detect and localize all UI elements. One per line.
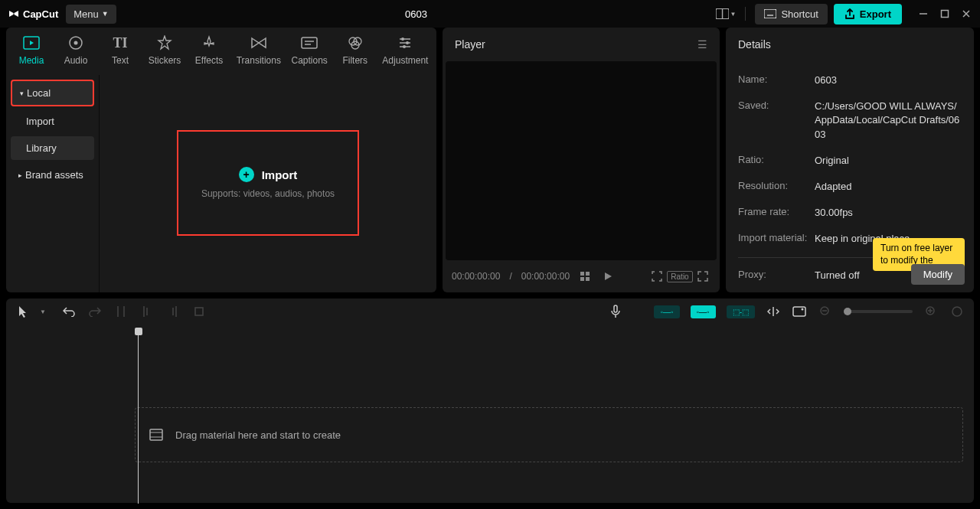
sidebar-item-brand-assets[interactable]: ▸Brand assets: [11, 163, 94, 187]
layout-icon[interactable]: ▼: [716, 4, 736, 24]
svg-point-35: [802, 308, 804, 311]
close-button[interactable]: [960, 8, 972, 20]
timeline[interactable]: Drag material here and start to create: [6, 325, 974, 503]
detail-row-name: Name:0603: [738, 67, 962, 93]
stickers-icon: [155, 34, 174, 52]
sidebar-item-library[interactable]: Library: [11, 136, 94, 160]
import-title: Import: [262, 168, 298, 181]
zoom-out-icon[interactable]: [818, 304, 833, 319]
timeline-dropzone[interactable]: Drag material here and start to create: [135, 407, 963, 462]
capcut-logo-icon: [8, 8, 20, 20]
media-icon: [22, 34, 41, 52]
trim-right-tool[interactable]: [165, 304, 181, 319]
film-icon: [149, 428, 163, 442]
svg-point-18: [406, 41, 409, 44]
titlebar: CapCut Menu ▼ 0603 ▼ Shortcut Export: [0, 0, 980, 28]
playhead[interactable]: [135, 328, 142, 338]
sidebar-item-import[interactable]: Import: [11, 109, 94, 133]
align-icon[interactable]: [766, 304, 781, 319]
zoom-slider[interactable]: [844, 310, 913, 313]
shortcut-button[interactable]: Shortcut: [755, 4, 827, 24]
media-content: + Import Supports: videos, audios, photo…: [100, 75, 436, 292]
details-panel: Details Name:0603 Saved:C:/Users/GOOD WI…: [726, 28, 974, 292]
svg-rect-5: [942, 11, 949, 18]
svg-rect-42: [150, 429, 162, 440]
ratio-button[interactable]: Ratio: [672, 269, 688, 284]
player-header: Player ☰: [443, 28, 720, 61]
maximize-button[interactable]: [939, 8, 951, 20]
detail-row-resolution: Resolution:Adapted: [738, 174, 962, 200]
fullscreen-icon[interactable]: [695, 269, 710, 284]
detail-row-ratio: Ratio:Original: [738, 148, 962, 174]
cursor-dropdown[interactable]: ▼: [35, 304, 51, 319]
player-controls: 00:00:00:00 / 00:00:00:00 Ratio: [443, 260, 720, 292]
tab-stickers[interactable]: Stickers: [149, 34, 181, 66]
keyboard-icon: [764, 9, 776, 18]
tab-effects[interactable]: Effects: [193, 34, 225, 66]
mic-icon[interactable]: [608, 304, 623, 319]
time-separator: /: [509, 271, 511, 282]
filters-icon: [346, 34, 364, 52]
app-logo: CapCut: [8, 8, 58, 20]
titlebar-left: CapCut Menu ▼: [8, 5, 116, 24]
svg-rect-24: [586, 277, 590, 281]
titlebar-right: ▼ Shortcut Export: [716, 4, 972, 24]
caret-right-icon: ▸: [18, 171, 22, 179]
player-panel: Player ☰ 00:00:00:00 / 00:00:00:00 Ratio: [443, 28, 720, 292]
modify-button[interactable]: Modify: [911, 264, 965, 285]
tab-text[interactable]: TIText: [104, 34, 136, 66]
svg-point-20: [403, 45, 406, 48]
details-header: Details: [726, 28, 974, 61]
playhead-line: [138, 335, 139, 504]
magnet-off[interactable]: ◦—◦: [654, 305, 679, 318]
svg-rect-34: [793, 307, 805, 316]
minimize-button[interactable]: [917, 8, 929, 20]
svg-point-8: [74, 41, 78, 45]
svg-rect-22: [586, 272, 590, 276]
player-viewport[interactable]: [446, 61, 717, 260]
svg-point-41: [952, 307, 962, 316]
link-chip[interactable]: ⬚-⬚: [727, 305, 755, 318]
grid-icon[interactable]: [577, 269, 593, 284]
svg-rect-32: [614, 305, 617, 312]
workspace: Media Audio TIText Stickers Effects Tran…: [0, 28, 980, 292]
export-button[interactable]: Export: [834, 4, 902, 24]
zoom-fit-icon[interactable]: [949, 304, 965, 319]
redo-button[interactable]: [87, 304, 103, 319]
cursor-tool[interactable]: [15, 304, 31, 319]
scan-icon[interactable]: [649, 269, 665, 284]
hamburger-icon[interactable]: ☰: [697, 38, 707, 51]
tab-media[interactable]: Media: [15, 34, 47, 66]
magnet-on[interactable]: ◦—◦: [691, 305, 716, 318]
player-title: Player: [455, 38, 485, 51]
text-icon: TI: [111, 34, 129, 52]
app-name: CapCut: [23, 8, 58, 20]
play-button[interactable]: [600, 269, 616, 284]
tab-filters[interactable]: Filters: [339, 34, 371, 66]
tab-audio[interactable]: Audio: [60, 34, 92, 66]
preview-icon[interactable]: [792, 304, 807, 319]
tab-captions[interactable]: Captions: [292, 34, 327, 66]
undo-button[interactable]: [61, 304, 77, 319]
sidebar-item-local[interactable]: ▾Local: [11, 80, 94, 106]
zoom-in-icon[interactable]: [923, 304, 939, 319]
crop-tool[interactable]: [191, 304, 207, 319]
time-current: 00:00:00:00: [452, 271, 500, 282]
import-dropzone[interactable]: + Import Supports: videos, audios, photo…: [177, 130, 359, 236]
media-tabs: Media Audio TIText Stickers Effects Tran…: [6, 28, 436, 75]
split-tool[interactable]: [113, 304, 129, 319]
svg-rect-9: [302, 38, 317, 48]
svg-point-16: [401, 38, 404, 41]
svg-rect-23: [580, 277, 584, 281]
project-title: 0603: [116, 8, 717, 20]
trim-left-tool[interactable]: [139, 304, 155, 319]
svg-rect-2: [764, 9, 776, 18]
tab-transitions[interactable]: Transitions: [237, 34, 280, 66]
timeline-hint: Drag material here and start to create: [175, 429, 341, 441]
menu-button[interactable]: Menu ▼: [66, 5, 116, 24]
details-title: Details: [738, 38, 771, 51]
tab-adjustment[interactable]: Adjustment: [384, 34, 427, 66]
export-icon: [844, 8, 855, 19]
separator: [745, 7, 746, 21]
timeline-toolbar: ▼ ◦—◦ ◦—◦ ⬚-⬚: [6, 299, 974, 325]
